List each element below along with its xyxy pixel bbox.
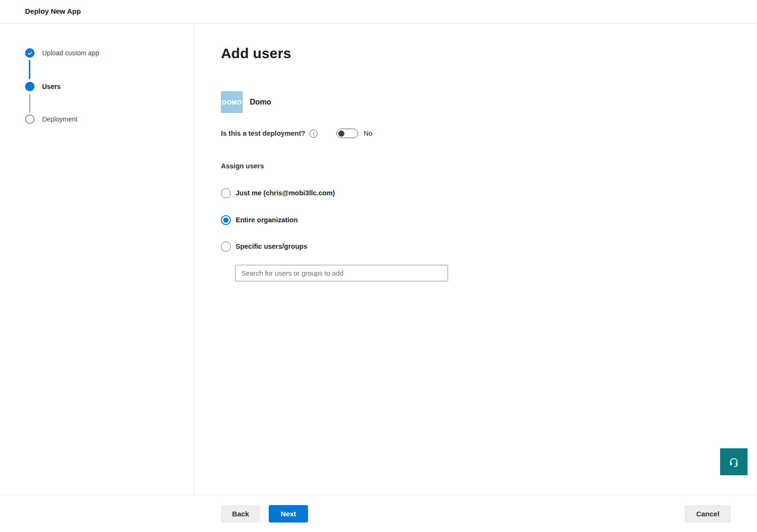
footer-divider xyxy=(0,495,757,495)
test-deployment-label: Is this a test deployment? xyxy=(221,130,305,137)
radio-option-entire-organization[interactable]: Entire organization xyxy=(221,215,298,225)
stepper-step-deployment[interactable]: Deployment xyxy=(25,114,78,124)
step-label: Upload custom app xyxy=(42,49,99,57)
radio-selected-icon[interactable] xyxy=(221,215,231,225)
radio-option-specific-users-groups[interactable]: Specific users/groups xyxy=(221,241,308,252)
wizard-title: Deploy New App xyxy=(25,7,81,15)
app-identity-row: DOMO Domo xyxy=(221,91,271,113)
stepper-step-users[interactable]: Users xyxy=(25,82,61,91)
next-button[interactable]: Next xyxy=(269,505,308,523)
sidebar-divider xyxy=(194,24,194,495)
domo-logo-text: DOMO xyxy=(222,99,242,106)
stepper-connector xyxy=(29,60,30,79)
domo-logo: DOMO xyxy=(221,91,243,113)
assign-users-label: Assign users xyxy=(221,162,264,170)
stepper-connector xyxy=(29,94,30,113)
page-title: Add users xyxy=(221,45,291,61)
user-search-input[interactable] xyxy=(235,265,448,281)
step-upcoming-icon xyxy=(25,114,35,124)
radio-unselected-icon[interactable] xyxy=(221,242,231,252)
stepper-step-upload-custom-app[interactable]: Upload custom app xyxy=(25,48,99,58)
test-deployment-toggle[interactable] xyxy=(336,129,358,138)
step-current-icon xyxy=(25,82,35,91)
headset-icon xyxy=(729,457,739,467)
toggle-value-label: No xyxy=(364,130,372,137)
help-button[interactable] xyxy=(720,448,748,475)
radio-option-just-me[interactable]: Just me (chris@mobi3llc.com) xyxy=(221,188,335,198)
app-name: Domo xyxy=(250,98,271,106)
test-deployment-row: Is this a test deployment? i No xyxy=(221,125,372,141)
cancel-button[interactable]: Cancel xyxy=(685,505,731,523)
radio-unselected-icon[interactable] xyxy=(221,188,231,198)
deploy-new-app-wizard: Deploy New App Upload custom app Users D… xyxy=(0,0,757,532)
back-button[interactable]: Back xyxy=(221,505,260,523)
radio-option-label: Entire organization xyxy=(236,216,298,224)
info-icon[interactable]: i xyxy=(309,130,317,138)
step-label: Deployment xyxy=(42,115,78,123)
radio-option-label: Specific users/groups xyxy=(236,243,308,250)
step-completed-check-icon xyxy=(25,48,35,58)
wizard-header: Deploy New App xyxy=(0,0,757,24)
toggle-knob xyxy=(338,131,344,137)
step-label: Users xyxy=(42,83,61,90)
radio-option-label: Just me (chris@mobi3llc.com) xyxy=(236,189,335,197)
